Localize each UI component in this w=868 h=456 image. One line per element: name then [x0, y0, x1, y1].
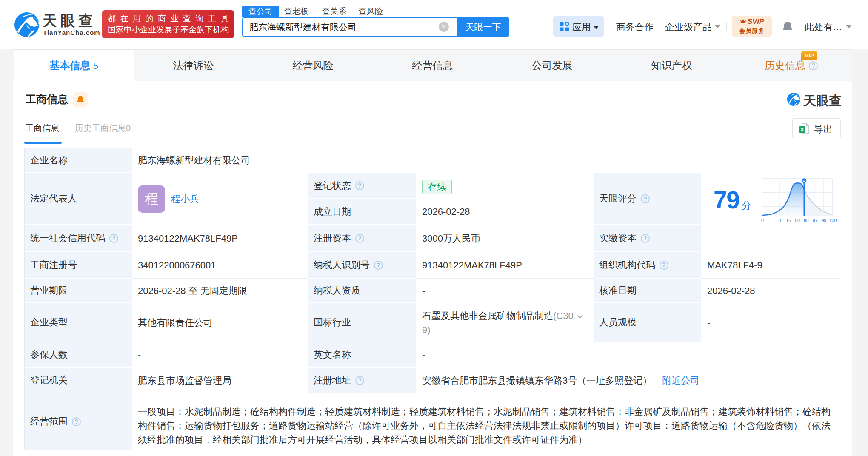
- svg-text:97: 97: [813, 218, 818, 223]
- svg-text:1: 1: [770, 218, 772, 223]
- svg-text:85: 85: [804, 218, 809, 223]
- svg-text:0: 0: [761, 218, 764, 223]
- svg-text:3: 3: [779, 218, 781, 223]
- svg-text:50: 50: [795, 218, 800, 223]
- svg-text:100: 100: [829, 218, 837, 223]
- svg-text:99: 99: [821, 218, 826, 223]
- svg-text:15: 15: [786, 218, 791, 223]
